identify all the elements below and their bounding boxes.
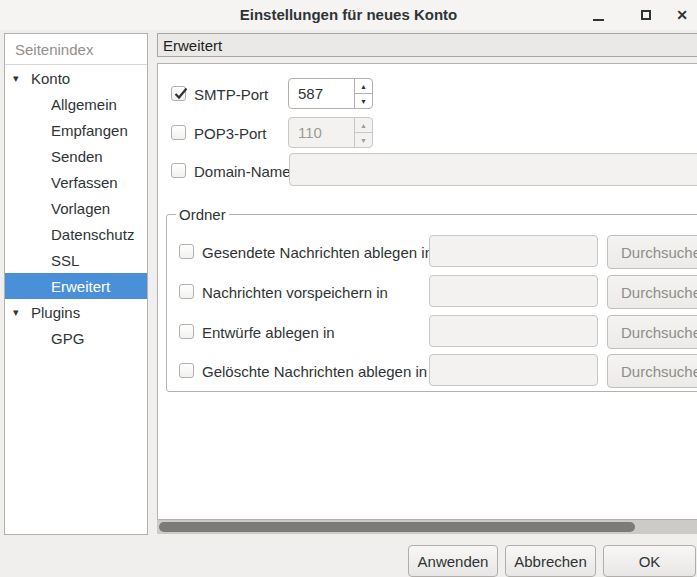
sidebar-item-plugins[interactable]: ▾ Plugins [5,299,147,325]
queue-folder-browse-button[interactable]: Durchsuchen [607,275,697,309]
spin-down-icon[interactable]: ▼ [355,94,372,108]
sidebar-item-datenschutz[interactable]: Datenschutz [5,221,147,247]
smtp-port-spinbox: ▲ ▼ [288,78,373,109]
sidebar-item-erweitert[interactable]: Erweitert [5,273,147,299]
smtp-port-input[interactable] [289,79,354,108]
scrollbar-thumb[interactable] [159,522,635,532]
pop3-port-input[interactable] [289,118,354,147]
cancel-button[interactable]: Abbrechen [505,545,596,577]
sidebar-item-label: Senden [51,148,103,165]
drafts-folder-label: Entwürfe ablegen in [202,325,335,341]
queue-folder-input[interactable] [429,275,598,307]
sent-folder-input[interactable] [429,235,598,267]
sidebar-item-label: Konto [31,70,70,87]
spin-down-icon[interactable]: ▼ [355,133,372,147]
spin-up-icon[interactable]: ▲ [355,79,372,94]
smtp-port-spin-buttons: ▲ ▼ [354,79,372,108]
settings-panel: SMTP-Port ▲ ▼ POP3-Port ▲ ▼ Domain-Name … [157,63,697,520]
domain-name-input[interactable] [289,153,697,186]
pop3-port-spinbox: ▲ ▼ [288,117,373,148]
trash-folder-checkbox[interactable] [179,363,194,378]
sidebar-item-label: Verfassen [51,174,118,191]
sidebar-item-label: GPG [51,330,84,347]
sidebar-item-label: Datenschutz [51,226,134,243]
expander-open-icon[interactable]: ▾ [13,72,29,85]
domain-name-checkbox[interactable] [171,163,186,178]
sidebar-item-verfassen[interactable]: Verfassen [5,169,147,195]
domain-name-label: Domain-Name [194,164,291,180]
ok-button[interactable]: OK [603,545,696,577]
sidebar-item-label: Plugins [31,304,80,321]
expander-open-icon[interactable]: ▾ [13,306,29,319]
sidebar-item-senden[interactable]: Senden [5,143,147,169]
page-title: Erweitert [157,33,697,57]
sidebar-item-label: Erweitert [51,278,110,295]
close-button[interactable]: ✕ [669,2,695,28]
sidebar-item-label: Allgemein [51,96,117,113]
sent-folder-label: Gesendete Nachrichten ablegen in [202,245,433,261]
drafts-folder-browse-button[interactable]: Durchsuchen [607,315,697,349]
sidebar-item-label: Empfangen [51,122,128,139]
horizontal-scrollbar[interactable] [157,520,697,534]
maximize-button[interactable] [633,2,659,28]
pop3-port-label: POP3-Port [194,126,267,142]
page-index-tree: ▾ Konto Allgemein Empfangen Senden Verfa… [5,65,147,351]
queue-folder-checkbox[interactable] [179,284,194,299]
pop3-port-checkbox[interactable] [171,125,186,140]
titlebar: Einstellungen für neues Konto ✕ [0,0,697,30]
trash-folder-label: Gelöschte Nachrichten ablegen in [202,364,427,380]
queue-folder-label: Nachrichten vorspeichern in [202,285,388,301]
spin-up-icon[interactable]: ▲ [355,118,372,133]
sidebar-item-label: SSL [51,252,79,269]
checkmark-icon [173,86,189,102]
sidebar-item-ssl[interactable]: SSL [5,247,147,273]
pop3-port-spin-buttons: ▲ ▼ [354,118,372,147]
maximize-icon [641,10,651,20]
sidebar-item-konto[interactable]: ▾ Konto [5,65,147,91]
sidebar-item-gpg[interactable]: GPG [5,325,147,351]
sidebar-item-label: Vorlagen [51,200,110,217]
smtp-port-label: SMTP-Port [194,87,268,103]
minimize-button[interactable] [585,2,611,28]
close-icon: ✕ [676,8,688,22]
folders-group-legend: Ordner [176,206,229,223]
sent-folder-checkbox[interactable] [179,244,194,259]
smtp-port-checkbox[interactable] [171,86,186,101]
page-index-panel: Seitenindex ▾ Konto Allgemein Empfangen … [4,33,148,535]
trash-folder-input[interactable] [429,354,598,386]
page-index-header: Seitenindex [5,34,147,65]
sidebar-item-vorlagen[interactable]: Vorlagen [5,195,147,221]
minimize-icon [593,19,604,21]
sent-folder-browse-button[interactable]: Durchsuchen [607,235,697,269]
folders-group: Ordner Gesendete Nachrichten ablegen in … [166,214,697,392]
drafts-folder-checkbox[interactable] [179,324,194,339]
sidebar-item-empfangen[interactable]: Empfangen [5,117,147,143]
drafts-folder-input[interactable] [429,315,598,347]
sidebar-item-allgemein[interactable]: Allgemein [5,91,147,117]
apply-button[interactable]: Anwenden [408,545,498,577]
trash-folder-browse-button[interactable]: Durchsuchen [607,354,697,388]
